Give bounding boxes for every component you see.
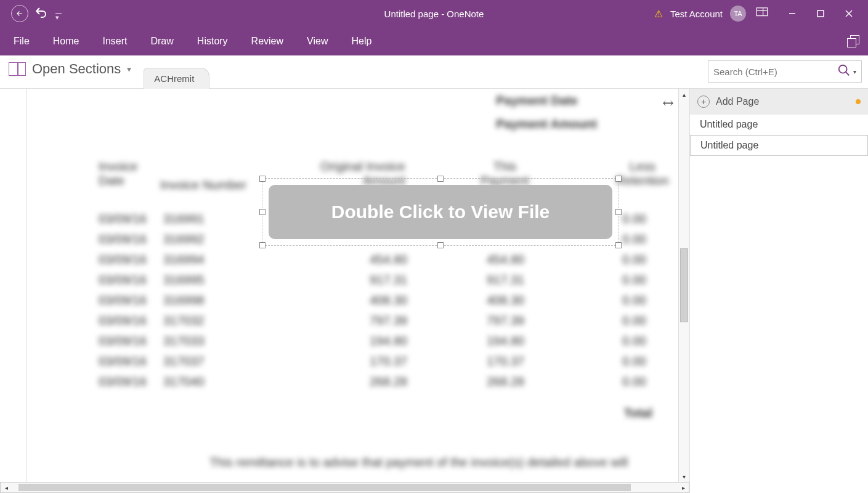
col-less-retention: 0.000.000.000.000.000.000.000.000.00 [622, 209, 646, 392]
search-scope-chevron-icon[interactable]: ▾ [853, 68, 856, 75]
sync-indicator-icon [856, 99, 861, 104]
scroll-track[interactable] [679, 100, 689, 471]
svg-line-6 [846, 72, 850, 76]
table-cell: 0.00 [622, 311, 646, 331]
notebook-icon [9, 62, 26, 76]
plus-icon: + [697, 96, 710, 108]
ribbon-tab-file[interactable]: File [11, 33, 32, 49]
col-invoice-date: 03/09/1603/09/1603/09/1603/09/1603/09/16… [99, 209, 147, 392]
page-title-text: Untitled page [384, 9, 439, 19]
table-cell: 408.30 [370, 290, 407, 311]
page-canvas[interactable]: ⤢ Payment Date Payment Amount Invoice Da… [0, 89, 689, 482]
table-cell: 0.00 [622, 250, 646, 270]
ribbon-tab-draw[interactable]: Draw [148, 33, 176, 49]
scroll-track[interactable] [12, 483, 678, 492]
doc-footer: This remittance is to advise that paymen… [185, 452, 652, 472]
back-button[interactable] [11, 5, 28, 22]
warning-icon[interactable]: ⚠ [654, 8, 663, 20]
table-cell: 03/09/16 [99, 229, 147, 250]
table-cell: 0.00 [622, 372, 646, 392]
scroll-down-button[interactable]: ▾ [679, 471, 689, 482]
table-cell: 454.80 [487, 250, 524, 270]
table-cell: 797.39 [370, 311, 407, 331]
ribbon-tab-insert[interactable]: Insert [100, 33, 129, 49]
table-cell: 03/09/16 [99, 311, 147, 331]
table-cell: 454.80 [370, 250, 407, 270]
table-cell: 0.00 [622, 270, 646, 290]
resize-handle[interactable] [259, 209, 266, 215]
ribbon-tab-help[interactable]: Help [349, 33, 374, 49]
table-cell: 03/09/16 [99, 372, 147, 392]
scroll-thumb[interactable] [18, 484, 631, 491]
horizontal-scrollbar[interactable]: ◂ ▸ [0, 482, 689, 493]
page-list-pane: + Add Page Untitled pageUntitled page [689, 89, 868, 493]
table-cell: 0.00 [622, 290, 646, 311]
resize-handle[interactable] [259, 242, 266, 248]
scroll-left-button[interactable]: ◂ [1, 484, 12, 491]
undo-button[interactable] [34, 5, 49, 22]
open-sections-dropdown[interactable]: Open Sections ▾ [9, 55, 131, 88]
view-file-overlay[interactable]: Double Click to View File [269, 185, 612, 239]
table-cell: 917.31 [487, 270, 524, 290]
table-cell: 317040 [163, 372, 205, 392]
minimize-button[interactable] [778, 0, 806, 27]
ribbon-tab-history[interactable]: History [195, 33, 230, 49]
col-header-invoice-date: Invoice Date [99, 160, 137, 188]
embedded-document: Payment Date Payment Amount Invoice Date… [37, 89, 671, 482]
resize-handle[interactable] [437, 176, 444, 182]
page-margin-line [26, 89, 27, 482]
table-cell: 268.28 [487, 372, 524, 392]
open-sections-label: Open Sections [32, 61, 121, 77]
table-cell: 317037 [163, 351, 205, 372]
table-cell: 03/09/16 [99, 290, 147, 311]
ribbon-display-button[interactable] [756, 7, 768, 20]
table-cell: 268.28 [370, 372, 407, 392]
ribbon-collapse-button[interactable] [847, 27, 859, 55]
table-cell: 03/09/16 [99, 250, 147, 270]
add-page-button[interactable]: + Add Page [690, 89, 868, 115]
svg-rect-2 [817, 10, 824, 17]
table-cell: 0.00 [622, 331, 646, 351]
ribbon-tab-home[interactable]: Home [51, 33, 82, 49]
scroll-right-button[interactable]: ▸ [678, 484, 689, 491]
resize-handle[interactable] [615, 176, 622, 182]
svg-rect-0 [756, 8, 768, 16]
page-list-item[interactable]: Untitled page [690, 115, 868, 135]
table-cell: 316992 [163, 229, 205, 250]
ribbon: File Home Insert Draw History Review Vie… [0, 27, 868, 55]
section-tab-achremit[interactable]: ACHremit [144, 68, 209, 89]
ribbon-tab-view[interactable]: View [304, 33, 330, 49]
app-name-text: OneNote [447, 9, 484, 19]
table-cell: 917.31 [370, 270, 407, 290]
account-name[interactable]: Test Account [670, 9, 723, 19]
col-invoice-number: 3169913169923169943169953169983170323170… [163, 209, 205, 392]
vertical-scrollbar[interactable]: ▴ ▾ [678, 89, 689, 482]
search-input[interactable] [713, 67, 837, 77]
window-controls [778, 0, 863, 27]
avatar[interactable]: TA [730, 6, 746, 22]
table-cell: 316994 [163, 250, 205, 270]
search-icon[interactable] [837, 63, 851, 79]
maximize-button[interactable] [806, 0, 835, 27]
resize-handle[interactable] [615, 242, 622, 248]
scroll-up-button[interactable]: ▴ [679, 89, 689, 100]
ribbon-tab-review[interactable]: Review [249, 33, 286, 49]
main: ⤢ Payment Date Payment Amount Invoice Da… [0, 89, 868, 493]
doc-header-right: Payment Date Payment Amount [496, 89, 597, 136]
object-selection[interactable]: Double Click to View File [262, 178, 619, 246]
search-box[interactable]: ▾ [708, 60, 862, 83]
total-label: Total [624, 406, 652, 420]
resize-handle[interactable] [437, 242, 444, 248]
col-header-less-retention: Less Retention [616, 160, 669, 188]
page-list-item[interactable]: Untitled page [690, 135, 868, 156]
add-page-label: Add Page [716, 96, 759, 107]
close-button[interactable] [835, 0, 863, 27]
table-cell: 316991 [163, 209, 205, 229]
chevron-down-icon: ▾ [127, 64, 131, 74]
scroll-thumb[interactable] [680, 248, 688, 322]
resize-handle[interactable] [615, 209, 622, 215]
table-cell: 03/09/16 [99, 270, 147, 290]
table-cell: 03/09/16 [99, 209, 147, 229]
table-cell: 0.00 [622, 209, 646, 229]
resize-handle[interactable] [259, 176, 266, 182]
